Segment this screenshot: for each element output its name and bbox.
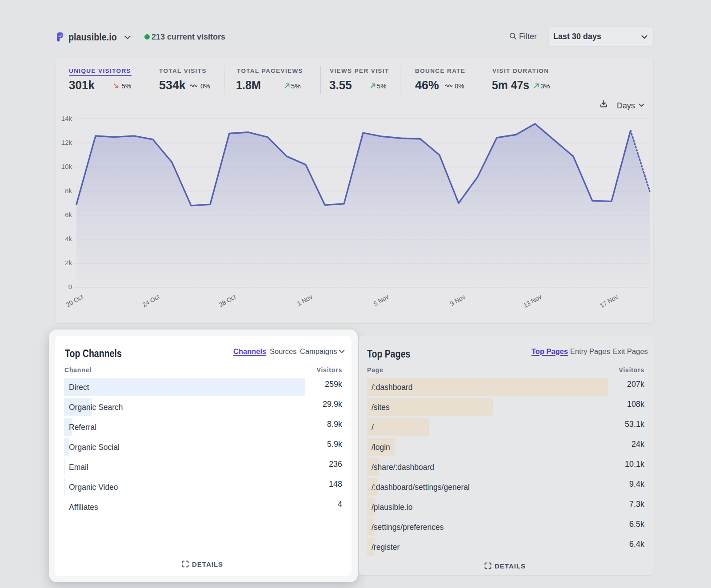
- svg-text:1 Nov: 1 Nov: [296, 293, 314, 307]
- svg-text:24 Oct: 24 Oct: [141, 293, 161, 309]
- svg-text:28 Oct: 28 Oct: [218, 293, 237, 309]
- svg-text:10k: 10k: [61, 163, 72, 170]
- svg-text:8k: 8k: [65, 187, 72, 195]
- svg-text:20 Oct: 20 Oct: [65, 293, 84, 309]
- svg-text:17 Nov: 17 Nov: [599, 293, 619, 309]
- svg-text:9 Nov: 9 Nov: [449, 293, 467, 307]
- svg-text:13 Nov: 13 Nov: [522, 293, 543, 309]
- svg-text:4k: 4k: [65, 235, 72, 242]
- svg-text:0: 0: [68, 283, 72, 290]
- svg-text:6k: 6k: [65, 211, 72, 219]
- svg-text:5 Nov: 5 Nov: [372, 293, 390, 307]
- svg-text:14k: 14k: [61, 115, 72, 122]
- svg-text:12k: 12k: [61, 139, 72, 146]
- svg-text:2k: 2k: [65, 259, 72, 266]
